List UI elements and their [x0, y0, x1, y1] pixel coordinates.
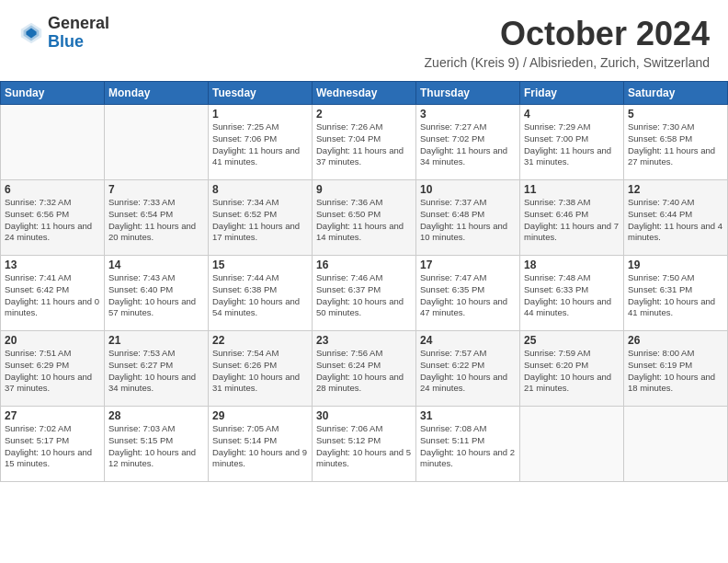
day-number: 6	[5, 183, 100, 196]
day-number: 18	[524, 259, 620, 271]
title-block: October 2024 Zuerich (Kreis 9) / Albisri…	[425, 15, 710, 70]
day-info: Sunrise: 7:48 AM Sunset: 6:33 PM Dayligh…	[524, 272, 620, 319]
day-number: 8	[212, 183, 308, 196]
day-info: Sunrise: 7:30 AM Sunset: 6:58 PM Dayligh…	[628, 121, 723, 168]
day-info: Sunrise: 7:57 AM Sunset: 6:22 PM Dayligh…	[420, 348, 516, 395]
day-number: 21	[108, 334, 204, 347]
day-info: Sunrise: 7:29 AM Sunset: 7:00 PM Dayligh…	[524, 121, 620, 168]
logo-icon	[18, 20, 44, 46]
calendar-cell: 7Sunrise: 7:33 AM Sunset: 6:54 PM Daylig…	[105, 180, 209, 256]
day-info: Sunrise: 7:02 AM Sunset: 5:17 PM Dayligh…	[5, 423, 100, 470]
calendar-cell: 12Sunrise: 7:40 AM Sunset: 6:44 PM Dayli…	[624, 180, 728, 256]
calendar-cell: 29Sunrise: 7:05 AM Sunset: 5:14 PM Dayli…	[209, 407, 313, 482]
day-info: Sunrise: 7:33 AM Sunset: 6:54 PM Dayligh…	[108, 197, 204, 244]
day-number: 22	[212, 334, 308, 347]
week-row: 20Sunrise: 7:51 AM Sunset: 6:29 PM Dayli…	[1, 331, 728, 407]
calendar-cell: 22Sunrise: 7:54 AM Sunset: 6:26 PM Dayli…	[209, 331, 313, 407]
calendar-cell: 31Sunrise: 7:08 AM Sunset: 5:11 PM Dayli…	[416, 407, 520, 482]
day-info: Sunrise: 7:43 AM Sunset: 6:40 PM Dayligh…	[108, 272, 204, 319]
day-info: Sunrise: 7:54 AM Sunset: 6:26 PM Dayligh…	[212, 348, 308, 395]
calendar-cell: 23Sunrise: 7:56 AM Sunset: 6:24 PM Dayli…	[313, 331, 416, 407]
day-info: Sunrise: 7:40 AM Sunset: 6:44 PM Dayligh…	[628, 197, 723, 244]
day-number: 7	[108, 183, 204, 196]
week-row: 1Sunrise: 7:25 AM Sunset: 7:06 PM Daylig…	[1, 105, 728, 180]
day-number: 13	[5, 259, 100, 271]
day-info: Sunrise: 7:34 AM Sunset: 6:52 PM Dayligh…	[212, 197, 308, 244]
calendar-cell: 5Sunrise: 7:30 AM Sunset: 6:58 PM Daylig…	[624, 105, 728, 180]
calendar-cell: 28Sunrise: 7:03 AM Sunset: 5:15 PM Dayli…	[105, 407, 209, 482]
day-info: Sunrise: 7:51 AM Sunset: 6:29 PM Dayligh…	[5, 348, 100, 395]
day-info: Sunrise: 7:32 AM Sunset: 6:56 PM Dayligh…	[5, 197, 100, 244]
weekday-header: Thursday	[416, 82, 520, 105]
day-info: Sunrise: 7:25 AM Sunset: 7:06 PM Dayligh…	[212, 121, 308, 168]
calendar-cell: 30Sunrise: 7:06 AM Sunset: 5:12 PM Dayli…	[313, 407, 416, 482]
subtitle: Zuerich (Kreis 9) / Albisrieden, Zurich,…	[425, 55, 710, 70]
day-number: 25	[524, 334, 620, 347]
weekday-header: Friday	[520, 82, 624, 105]
calendar-cell: 14Sunrise: 7:43 AM Sunset: 6:40 PM Dayli…	[105, 256, 209, 331]
day-number: 16	[316, 259, 412, 271]
day-info: Sunrise: 7:38 AM Sunset: 6:46 PM Dayligh…	[524, 197, 620, 244]
day-number: 26	[628, 334, 723, 347]
day-number: 27	[5, 409, 100, 422]
calendar-cell: 18Sunrise: 7:48 AM Sunset: 6:33 PM Dayli…	[520, 256, 624, 331]
day-number: 20	[5, 334, 100, 347]
day-info: Sunrise: 7:46 AM Sunset: 6:37 PM Dayligh…	[316, 272, 412, 319]
weekday-header: Saturday	[624, 82, 728, 105]
calendar-cell: 20Sunrise: 7:51 AM Sunset: 6:29 PM Dayli…	[1, 331, 105, 407]
day-number: 19	[628, 259, 723, 271]
day-info: Sunrise: 8:00 AM Sunset: 6:19 PM Dayligh…	[628, 348, 723, 395]
weekday-header: Monday	[105, 82, 209, 105]
calendar-cell: 19Sunrise: 7:50 AM Sunset: 6:31 PM Dayli…	[624, 256, 728, 331]
day-info: Sunrise: 7:37 AM Sunset: 6:48 PM Dayligh…	[420, 197, 516, 244]
day-number: 29	[212, 409, 308, 422]
calendar-cell: 10Sunrise: 7:37 AM Sunset: 6:48 PM Dayli…	[416, 180, 520, 256]
day-number: 11	[524, 183, 620, 196]
week-row: 6Sunrise: 7:32 AM Sunset: 6:56 PM Daylig…	[1, 180, 728, 256]
day-number: 17	[420, 259, 516, 271]
weekday-header: Wednesday	[313, 82, 416, 105]
calendar-cell: 9Sunrise: 7:36 AM Sunset: 6:50 PM Daylig…	[313, 180, 416, 256]
week-row: 13Sunrise: 7:41 AM Sunset: 6:42 PM Dayli…	[1, 256, 728, 331]
day-number: 28	[108, 409, 204, 422]
day-number: 3	[420, 108, 516, 121]
weekday-header: Tuesday	[209, 82, 313, 105]
week-row: 27Sunrise: 7:02 AM Sunset: 5:17 PM Dayli…	[1, 407, 728, 482]
day-info: Sunrise: 7:08 AM Sunset: 5:11 PM Dayligh…	[420, 423, 516, 470]
day-number: 14	[108, 259, 204, 271]
page-header: General Blue October 2024 Zuerich (Kreis…	[0, 0, 728, 74]
day-number: 10	[420, 183, 516, 196]
calendar-cell	[1, 105, 105, 180]
logo: General Blue	[18, 15, 109, 52]
day-info: Sunrise: 7:05 AM Sunset: 5:14 PM Dayligh…	[212, 423, 308, 470]
calendar-cell: 16Sunrise: 7:46 AM Sunset: 6:37 PM Dayli…	[313, 256, 416, 331]
day-number: 15	[212, 259, 308, 271]
calendar-cell: 1Sunrise: 7:25 AM Sunset: 7:06 PM Daylig…	[209, 105, 313, 180]
day-number: 2	[316, 108, 412, 121]
calendar-cell: 3Sunrise: 7:27 AM Sunset: 7:02 PM Daylig…	[416, 105, 520, 180]
day-info: Sunrise: 7:53 AM Sunset: 6:27 PM Dayligh…	[108, 348, 204, 395]
day-number: 5	[628, 108, 723, 121]
calendar-cell: 11Sunrise: 7:38 AM Sunset: 6:46 PM Dayli…	[520, 180, 624, 256]
day-info: Sunrise: 7:36 AM Sunset: 6:50 PM Dayligh…	[316, 197, 412, 244]
day-number: 12	[628, 183, 723, 196]
calendar-cell: 21Sunrise: 7:53 AM Sunset: 6:27 PM Dayli…	[105, 331, 209, 407]
calendar-cell: 13Sunrise: 7:41 AM Sunset: 6:42 PM Dayli…	[1, 256, 105, 331]
day-info: Sunrise: 7:26 AM Sunset: 7:04 PM Dayligh…	[316, 121, 412, 168]
calendar-cell: 8Sunrise: 7:34 AM Sunset: 6:52 PM Daylig…	[209, 180, 313, 256]
day-info: Sunrise: 7:50 AM Sunset: 6:31 PM Dayligh…	[628, 272, 723, 319]
logo-blue: Blue	[48, 33, 109, 52]
day-info: Sunrise: 7:44 AM Sunset: 6:38 PM Dayligh…	[212, 272, 308, 319]
day-info: Sunrise: 7:27 AM Sunset: 7:02 PM Dayligh…	[420, 121, 516, 168]
weekday-header: Sunday	[1, 82, 105, 105]
calendar-cell: 4Sunrise: 7:29 AM Sunset: 7:00 PM Daylig…	[520, 105, 624, 180]
day-info: Sunrise: 7:41 AM Sunset: 6:42 PM Dayligh…	[5, 272, 100, 319]
day-number: 1	[212, 108, 308, 121]
day-info: Sunrise: 7:47 AM Sunset: 6:35 PM Dayligh…	[420, 272, 516, 319]
calendar-cell	[105, 105, 209, 180]
calendar-cell: 26Sunrise: 8:00 AM Sunset: 6:19 PM Dayli…	[624, 331, 728, 407]
calendar-cell: 17Sunrise: 7:47 AM Sunset: 6:35 PM Dayli…	[416, 256, 520, 331]
calendar-cell: 24Sunrise: 7:57 AM Sunset: 6:22 PM Dayli…	[416, 331, 520, 407]
day-number: 24	[420, 334, 516, 347]
calendar-cell	[520, 407, 624, 482]
